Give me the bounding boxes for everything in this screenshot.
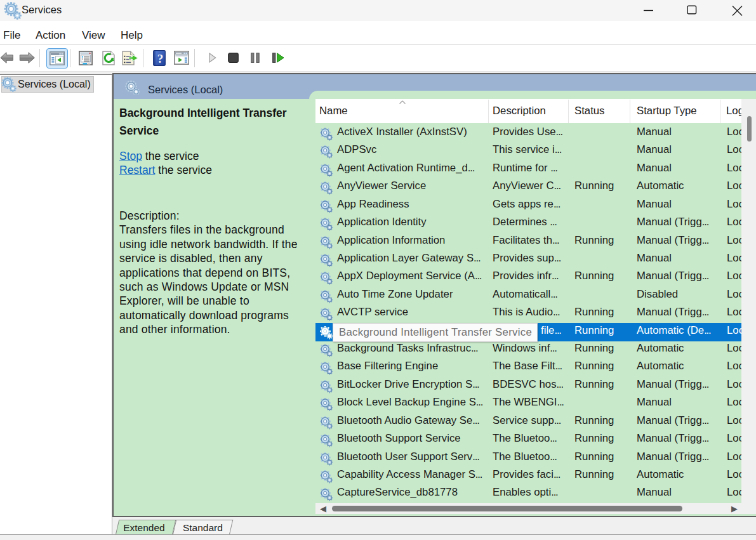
svg-text:?: ? xyxy=(157,52,164,65)
